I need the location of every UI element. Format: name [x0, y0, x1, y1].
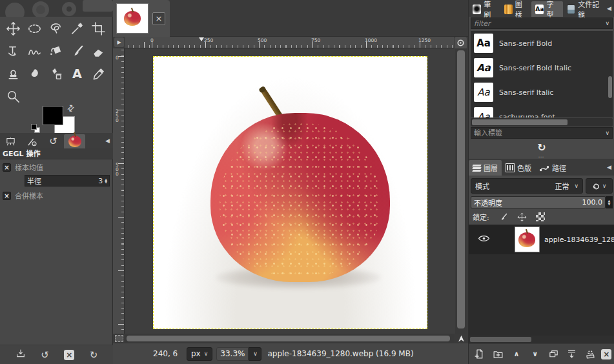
horizontal-ruler[interactable]: 0 250 500 750 1000 1250 [125, 37, 454, 48]
tab-fonts[interactable]: Aa 字型 [531, 1, 563, 17]
radius-input[interactable]: 半徑 3 ▲ ▼ [25, 175, 110, 187]
canvas-image[interactable] [153, 56, 427, 329]
image-menu-button[interactable]: ▶ [114, 37, 124, 47]
layer-visibility-toggle[interactable] [478, 234, 490, 245]
new-layer-button[interactable] [472, 347, 487, 362]
refresh-fonts-button[interactable]: ↻ [537, 141, 546, 154]
close-image-button[interactable]: × [152, 12, 165, 25]
tab-brushes[interactable]: 筆刷 [469, 1, 500, 17]
crop-tool-button[interactable] [88, 17, 109, 40]
font-item[interactable]: Aa Sans-serif Italic [471, 80, 613, 105]
spinner-down-icon[interactable]: ▼ [608, 203, 611, 206]
ellipse-select-icon [27, 21, 42, 36]
free-select-tool-button[interactable] [45, 17, 67, 40]
default-colors-icon[interactable] [31, 124, 40, 133]
lock-pixels-icon[interactable] [498, 212, 508, 222]
opacity-spinner[interactable]: ▲ ▼ [606, 196, 613, 208]
chevron-down-icon[interactable]: ∨ [605, 20, 612, 26]
tab-undo-history[interactable]: ↺ [43, 134, 64, 148]
bucket-fill-tool-button[interactable] [45, 40, 67, 63]
font-item[interactable]: Aa Sans-serif Bold Italic [471, 56, 613, 80]
duplicate-icon [548, 349, 559, 359]
paintbrush-tool-button[interactable] [67, 40, 88, 63]
font-list-scrollbar-thumb[interactable] [608, 76, 612, 98]
sample-average-checkbox[interactable]: × [3, 163, 11, 172]
vertical-scrollbar-thumb[interactable] [457, 50, 465, 329]
anchor-layer-button[interactable] [583, 347, 599, 362]
new-layer-group-button[interactable] [490, 347, 506, 362]
tab-device-status[interactable] [21, 134, 43, 148]
dock-menu-button[interactable]: ◀ [105, 137, 110, 144]
eraser-tool-button[interactable] [88, 40, 109, 63]
tab-tool-options[interactable] [0, 134, 21, 148]
text-tool-button[interactable]: A [67, 63, 88, 85]
layers-dock-menu-button[interactable]: ◀ [607, 164, 611, 170]
unified-transform-tool-button[interactable] [3, 40, 24, 63]
ink-tool-button[interactable] [45, 63, 67, 85]
tag-input[interactable] [471, 129, 605, 137]
font-list-hscroll-thumb[interactable] [472, 119, 568, 125]
foreground-color-swatch[interactable] [43, 106, 63, 125]
tab-channels[interactable]: 色版 [502, 160, 535, 176]
font-item[interactable]: Aa sachuruma font [471, 105, 613, 117]
save-preset-button[interactable] [15, 349, 26, 361]
tab-fonts-label: 字型 [546, 0, 558, 19]
vertical-scrollbar[interactable] [455, 48, 467, 334]
clone-tool-button[interactable] [3, 63, 24, 85]
font-filter-input[interactable] [471, 19, 605, 28]
chevron-down-icon: ∨ [602, 183, 607, 189]
sample-merged-checkbox[interactable]: × [3, 192, 11, 200]
raise-layer-button[interactable]: ∧ [509, 347, 524, 362]
layer-list-scrollbar[interactable] [469, 336, 614, 343]
layer-mode-dropdown[interactable]: 模式 正常 ∨ [471, 178, 583, 194]
delete-preset-button[interactable]: × [64, 350, 74, 360]
tab-document-history[interactable]: 文件記錄 [563, 1, 607, 17]
fonts-dock-menu-button[interactable]: ◀ [607, 5, 611, 12]
quick-mask-toggle[interactable] [115, 335, 123, 342]
swap-colors-icon[interactable]: ⇄ [65, 102, 76, 114]
lock-alpha-icon[interactable] [536, 212, 545, 221]
restore-preset-button[interactable]: ↺ [41, 350, 49, 360]
horizontal-scrollbar[interactable] [125, 334, 454, 343]
horizontal-scrollbar-thumb[interactable] [127, 336, 450, 341]
tab-paths[interactable]: 路徑 [535, 160, 570, 176]
refresh-row: ↻ [469, 139, 614, 155]
delete-layer-button[interactable]: × [601, 349, 611, 359]
move-tool-button[interactable] [3, 17, 24, 40]
font-list[interactable]: Aa Sans-serif Bold Aa Sans-serif Bold It… [471, 31, 613, 117]
vertical-ruler[interactable]: 0 250 500 [113, 48, 125, 334]
color-picker-tool-button[interactable] [88, 63, 109, 85]
navigation-button[interactable] [455, 334, 467, 343]
layer-row[interactable]: apple-1834639_1280.webp [469, 225, 614, 254]
reset-button[interactable]: ↻ [90, 350, 98, 360]
merge-down-button[interactable] [564, 347, 580, 362]
opacity-slider[interactable]: 不透明度 100.0 [471, 196, 606, 208]
font-item[interactable]: Aa Sans-serif Bold [471, 31, 613, 56]
lock-position-icon[interactable] [517, 212, 527, 222]
fuzzy-select-tool-button[interactable] [67, 17, 88, 40]
apple-body [210, 113, 390, 282]
image-tab[interactable]: × [113, 0, 170, 37]
font-list-horizontal-scrollbar[interactable] [471, 118, 613, 126]
smudge-icon [27, 66, 42, 81]
lower-layer-button[interactable]: ∨ [527, 347, 543, 362]
ellipse-select-tool-button[interactable] [24, 17, 45, 40]
tab-layers[interactable]: 圖層 [469, 160, 502, 176]
mode-group-switch-button[interactable]: ∨ [586, 178, 613, 194]
zoom-dropdown-button[interactable]: ∨ [249, 347, 261, 361]
smudge-tool-button[interactable] [24, 63, 45, 85]
unit-dropdown[interactable]: px ∨ [187, 347, 212, 361]
tab-patterns[interactable]: 圖樣 [500, 1, 532, 17]
duplicate-layer-button[interactable] [546, 347, 561, 362]
crop-icon [91, 21, 106, 36]
warp-transform-tool-button[interactable] [24, 40, 45, 63]
tab-image-thumbnail[interactable] [64, 134, 85, 148]
chevron-down-icon[interactable]: ∨ [605, 130, 612, 136]
radius-spinner[interactable]: ▲ ▼ [105, 178, 107, 183]
font-list-scrollbar[interactable] [608, 31, 613, 117]
canvas-viewport[interactable] [125, 48, 455, 334]
spinner-down-icon[interactable]: ▼ [105, 181, 107, 183]
zoom-follow-window-button[interactable] [455, 37, 467, 49]
layer-list-scrollbar-thumb[interactable] [470, 337, 531, 342]
layer-list[interactable]: apple-1834639_1280.webp [469, 225, 614, 336]
